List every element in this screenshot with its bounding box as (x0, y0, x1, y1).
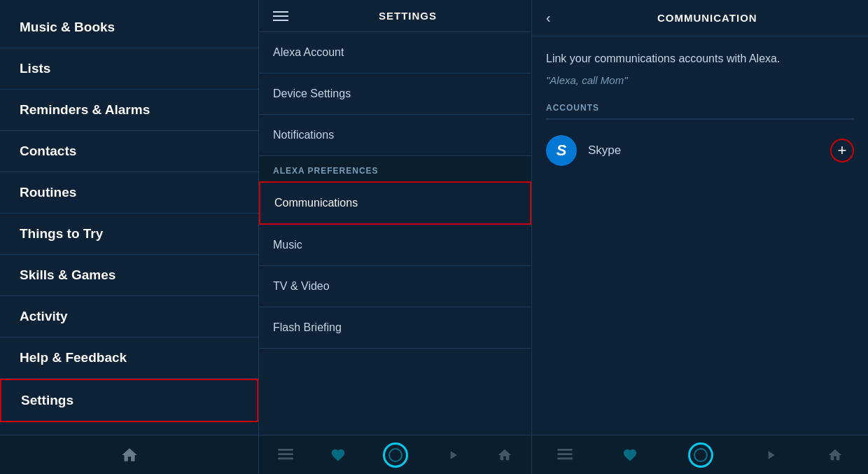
middle-panel: SETTINGS Alexa Account Device Settings N… (259, 0, 532, 474)
sidebar-item-things-to-try[interactable]: Things to Try (0, 214, 258, 255)
right-header: ‹ COMMUNICATION (532, 0, 868, 36)
svg-rect-0 (278, 449, 293, 451)
settings-item-music[interactable]: Music (259, 225, 531, 266)
right-header-title: COMMUNICATION (561, 12, 854, 24)
middle-nav-list-icon[interactable] (278, 449, 293, 461)
svg-rect-3 (557, 449, 573, 451)
middle-nav-play-icon[interactable] (446, 448, 460, 462)
right-panel: ‹ COMMUNICATION Link your communications… (532, 0, 868, 474)
middle-nav-heart-icon[interactable] (330, 447, 346, 463)
alexa-circle-inner (388, 448, 402, 462)
sidebar-item-activity[interactable]: Activity (0, 296, 258, 337)
sidebar-item-help-feedback[interactable]: Help & Feedback (0, 337, 258, 379)
sidebar-item-skills-games[interactable]: Skills & Games (0, 255, 258, 296)
left-menu-list: Music & Books Lists Reminders & Alarms C… (0, 0, 258, 435)
right-content: Link your communications accounts with A… (532, 36, 868, 435)
settings-item-flash-briefing[interactable]: Flash Briefing (259, 307, 531, 349)
middle-header: SETTINGS (259, 0, 531, 32)
right-alexa-circle (688, 442, 713, 468)
sidebar-item-music-books[interactable]: Music & Books (0, 7, 258, 48)
settings-item-communications[interactable]: Communications (259, 181, 531, 225)
back-icon[interactable]: ‹ (546, 10, 551, 26)
svg-rect-2 (278, 457, 293, 459)
right-bottom-bar (532, 435, 868, 474)
middle-nav-home-icon[interactable] (497, 447, 512, 463)
alexa-preferences-section-label: ALEXA PREFERENCES (259, 156, 531, 181)
skype-name: Skype (588, 144, 819, 158)
comm-quote: "Alexa, call Mom" (546, 74, 854, 86)
right-nav-list-icon[interactable] (557, 449, 573, 461)
sidebar-item-reminders-alarms[interactable]: Reminders & Alarms (0, 90, 258, 131)
comm-description: Link your communications accounts with A… (546, 50, 854, 67)
middle-bottom-bar (259, 435, 531, 474)
home-icon[interactable] (115, 440, 144, 470)
accounts-label: ACCOUNTS (546, 103, 854, 120)
settings-item-alexa-account[interactable]: Alexa Account (259, 32, 531, 74)
right-nav-heart-icon[interactable] (622, 447, 638, 463)
right-alexa-circle-inner (694, 448, 708, 462)
sidebar-item-routines[interactable]: Routines (0, 172, 258, 214)
left-bottom-bar (0, 435, 258, 474)
right-nav-home-icon[interactable] (827, 447, 843, 463)
add-skype-button[interactable]: + (830, 139, 854, 162)
svg-rect-4 (557, 453, 573, 455)
skype-logo: S (546, 135, 577, 166)
alexa-circle (383, 442, 408, 468)
svg-rect-1 (278, 453, 293, 455)
right-nav-play-icon[interactable] (764, 448, 778, 462)
sidebar-item-settings[interactable]: Settings (0, 379, 258, 422)
left-panel: Music & Books Lists Reminders & Alarms C… (0, 0, 259, 474)
middle-header-title: SETTINGS (298, 10, 517, 22)
skype-row: S Skype + (546, 130, 854, 172)
sidebar-item-lists[interactable]: Lists (0, 48, 258, 90)
svg-rect-5 (557, 457, 573, 459)
middle-nav-alexa-icon[interactable] (383, 442, 408, 468)
settings-list: Alexa Account Device Settings Notificati… (259, 32, 531, 435)
right-nav-alexa-icon[interactable] (688, 442, 713, 468)
sidebar-item-contacts[interactable]: Contacts (0, 131, 258, 172)
settings-item-device-settings[interactable]: Device Settings (259, 74, 531, 115)
hamburger-icon[interactable] (273, 11, 288, 21)
settings-item-notifications[interactable]: Notifications (259, 115, 531, 156)
settings-item-tv-video[interactable]: TV & Video (259, 266, 531, 307)
